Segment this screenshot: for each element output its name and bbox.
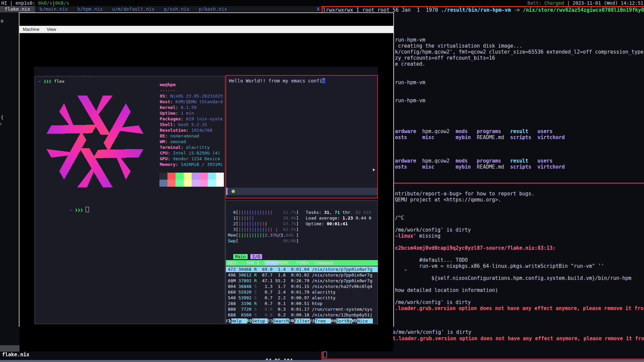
terminal-line: ardware hpm.qcow2 mods programs result u… [395, 128, 553, 134]
menu-machine[interactable]: Machine [23, 26, 39, 33]
htop-tab-io[interactable]: I/O [250, 254, 262, 259]
terminal-line: creating the virtualisation disk image..… [395, 43, 522, 49]
color-swatch [184, 173, 192, 180]
terminal-line: run-hpm-vm [395, 37, 425, 43]
htop-process-table[interactable]: 472 30468 R 69.0 1.4 0:01.04 /nix/store/… [226, 266, 378, 323]
tab-b-main-nix[interactable]: b/main.nix [35, 6, 72, 12]
htop-process-row[interactable]: 660 55920 S 0.7 2.4 0:01.79 alacritty [226, 289, 378, 295]
terminal-line: e created. [395, 61, 425, 67]
htop-process-row[interactable]: 496 30612 R 67.7 1.6 0:01.02 /nix/store/… [226, 272, 378, 278]
htop-window[interactable]: 0[|||||||||||||51.7%] 1[||||||26.0%] 2[|… [226, 200, 378, 324]
terminal-line: QEMU project at <https://qemu.org>. [395, 197, 501, 203]
tab-u-m-default-nix[interactable]: u/m/default.nix [107, 6, 159, 12]
color-swatch [208, 180, 216, 187]
color-swatch [208, 173, 216, 180]
menu-view[interactable]: View [47, 26, 56, 33]
fkey-setup[interactable]: Setup [252, 318, 268, 323]
color-swatch [167, 173, 176, 180]
terminal-line: /^C [395, 215, 404, 221]
htop-process-row[interactable]: 808 7720 S 0.0 0.3 0:01.17 /run/current-… [226, 306, 378, 312]
qemu-window[interactable]: Machine View HI | eth0: 0kB/s|0kB/s Batt… [19, 12, 394, 327]
terminal-line: -linux' missing [395, 233, 440, 239]
terminal-line: c2bcsm4xmj0vd0capi9q2yc0yzl87-source/fla… [395, 245, 556, 251]
host-network-status: HI | enp1s0: 0kB/s|0kB/s [1, 0, 69, 6]
host-battery-clock: Batt: Charged | 2023-11-01 (Wed) 14:12:5… [527, 0, 643, 6]
htop-table-header[interactable]: RES SHR S CPU%▽MEM% TIME+ Command [226, 260, 378, 266]
fkey-help[interactable]: Help [231, 318, 247, 323]
fkey-search[interactable]: Search [273, 318, 289, 323]
tab-close-button[interactable]: X [317, 6, 319, 12]
htop-process-row[interactable]: 472 30468 R 69.0 1.4 0:01.04 /nix/store/… [226, 266, 378, 272]
desktop-root: HI | enp1s0: 0kB/s|0kB/s Batt: Charged |… [0, 0, 644, 362]
vm-status-bar: HI | eth0: 0kB/s|0kB/s Batt: Charged | 2… [34, 69, 378, 75]
terminal-line: osts misc mybin README.md scripts virtch… [395, 164, 565, 170]
color-swatch [184, 180, 192, 187]
fkey-filter[interactable]: Filter [294, 318, 310, 323]
emacs-buffer-text: Hello World!! from my emacs config [229, 78, 325, 84]
color-swatch [176, 173, 184, 180]
tab-p-bash-nix[interactable]: p/bash.nix [194, 6, 232, 12]
color-swatch [200, 173, 208, 180]
htop-function-key-bar[interactable]: F1Help F2Setup F3SearchF4FilterF5Tree F6… [226, 318, 373, 324]
color-swatch [159, 180, 167, 187]
fkey-sortby[interactable]: SortBy [336, 318, 352, 323]
terminal-line: ${self.nixosConfigurations.hpm.config.sy… [395, 275, 631, 281]
tab-bar: flake.nixb/main.nixb/hpm.nixu/m/default.… [0, 6, 321, 12]
terminal-line: osts misc mybin README.md scripts virtch… [395, 134, 565, 140]
terminal-line: ntribute/report-a-bug> for how to report… [395, 191, 534, 197]
emacs-modeline: 34 *scratch* 1:33 All Fundamental [226, 188, 377, 195]
tab-flake-nix[interactable]: flake.nix [0, 6, 35, 12]
shell-prompt: ~ ❯❯❯ flex [38, 78, 64, 84]
qemu-display-area[interactable]: HI | eth0: 0kB/s|0kB/s Batt: Charged | 2… [19, 46, 393, 352]
color-swatch [192, 173, 200, 180]
emacs-window[interactable]: Hello World!! from my emacs config 34 *s… [226, 75, 378, 198]
terminal-line: run-vm = nixpkgs.x86_64-linux.pkgs.write… [395, 263, 604, 269]
color-swatch [167, 180, 176, 187]
htop-process-row[interactable]: 288 3196 R 0.7 0.1 0:00.51 htop [226, 301, 378, 306]
terminal-line: zy_refcounts=off refcount_bits=16 [395, 55, 495, 61]
tab-b-hpm-nix[interactable]: b/hpm.nix [72, 6, 107, 12]
terminal-line: .loader.grub.version option does not hav… [395, 305, 644, 311]
color-swatch [216, 180, 224, 187]
terminal-line: run-hpm-vm [395, 98, 425, 104]
clipped-window-fragment: { [1, 115, 3, 120]
tab-p-ssh-nix[interactable]: p/ssh.nix [159, 6, 194, 12]
clipped-window-fragment: ⚠ [0, 121, 2, 126]
htop-screen-tabs: Main I/O [228, 254, 262, 259]
terminal-line: how detailed location information) [395, 287, 498, 293]
color-swatch [159, 173, 167, 180]
vm-screen[interactable]: HI | eth0: 0kB/s|0kB/s Batt: Charged | 2… [34, 67, 378, 324]
color-swatch [216, 173, 224, 180]
terminal-line: /me/work/config' is dirty [395, 227, 471, 233]
modeline-status-dot-icon [232, 190, 235, 193]
color-swatch [200, 180, 208, 187]
terminal-line: ardware hpm.qcow2 mods programs result u… [395, 158, 553, 164]
screen-bottom-strip [0, 360, 644, 362]
shell-prompt-bottom: ~ ❯❯❯ [38, 201, 89, 219]
terminal-color-palette [159, 173, 224, 187]
htop-process-row[interactable]: 540 53992 S 0.7 2.2 0:00.97 alacritty [226, 295, 378, 301]
color-swatch [192, 180, 200, 187]
neofetch-info: me@hpm------OS: NixOS 23.05.20231023Host… [160, 82, 223, 167]
htop-process-row[interactable]: 804 36848 S 1.3 1.7 0:01.15 /nix/store/h… [226, 284, 378, 289]
htop-cpu-meters: 0[|||||||||||||51.7%] 1[||||||26.0%] 2[|… [228, 209, 299, 244]
vm-terminal-window[interactable]: ~ ❯❯❯ flex [35, 76, 225, 324]
terminal-line: ^ [395, 268, 407, 275]
htop-process-row[interactable]: 688 6560 S 0.0 0.2 0:00.18 /nix/store/12… [226, 312, 378, 318]
color-swatch [176, 180, 184, 187]
nixos-logo [36, 85, 154, 198]
terminal-cursor-block [86, 207, 89, 212]
qemu-menu-bar: Machine View [19, 26, 393, 33]
clipped-window-fragment: o [1, 18, 3, 23]
terminal-line: k/config/hpm.qcow2', fmt=qcow2 cluster_s… [395, 49, 644, 55]
htop-tasks-summary: Tasks: 31, 71 thr, 82 kthLoad average: 1… [306, 209, 371, 227]
host-status-bar: HI | enp1s0: 0kB/s|0kB/s Batt: Charged |… [0, 0, 644, 6]
emacs-cursor: g [322, 78, 325, 83]
htop-process-row[interactable]: 68M 37892 R 47.1 55.2 0:26.79 /nix/store… [226, 278, 378, 284]
terminal-line: run-hpm-vm [395, 79, 425, 85]
terminal-line: /me/work/config' is dirty [395, 299, 471, 305]
fkey-nice[interactable]: Nice [357, 318, 370, 323]
fkey-tree[interactable]: Tree [315, 318, 331, 323]
terminal-line: #default... TODO [395, 257, 468, 263]
htop-tab-main[interactable]: Main [233, 254, 248, 259]
